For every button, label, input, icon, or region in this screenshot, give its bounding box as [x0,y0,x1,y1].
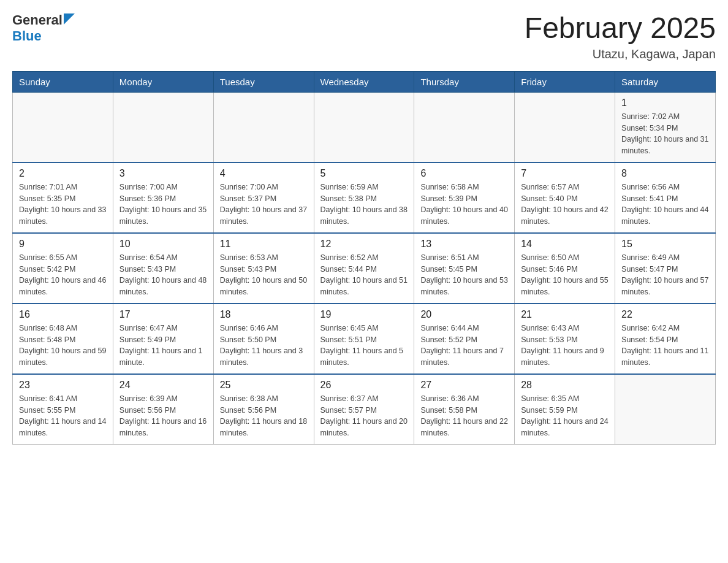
logo-blue-text: Blue [12,28,42,44]
day-info: Sunrise: 6:41 AMSunset: 5:55 PMDaylight:… [19,393,107,439]
day-number: 13 [420,239,508,250]
location-title: Utazu, Kagawa, Japan [525,47,716,61]
day-info: Sunrise: 6:53 AMSunset: 5:43 PMDaylight:… [220,252,308,298]
day-number: 19 [320,309,408,320]
col-thursday: Thursday [414,71,515,92]
table-row: 21Sunrise: 6:43 AMSunset: 5:53 PMDayligh… [515,304,615,374]
day-info: Sunrise: 6:46 AMSunset: 5:50 PMDaylight:… [220,323,308,369]
day-info: Sunrise: 6:36 AMSunset: 5:58 PMDaylight:… [420,393,508,439]
day-info: Sunrise: 6:42 AMSunset: 5:54 PMDaylight:… [621,323,709,369]
svg-marker-0 [64,13,75,25]
day-number: 12 [320,239,408,250]
day-number: 8 [621,168,709,179]
day-number: 15 [621,239,709,250]
day-info: Sunrise: 6:43 AMSunset: 5:53 PMDaylight:… [521,323,609,369]
table-row: 10Sunrise: 6:54 AMSunset: 5:43 PMDayligh… [113,233,213,304]
table-row: 20Sunrise: 6:44 AMSunset: 5:52 PMDayligh… [414,304,515,374]
table-row: 16Sunrise: 6:48 AMSunset: 5:48 PMDayligh… [13,304,113,374]
day-info: Sunrise: 6:56 AMSunset: 5:41 PMDaylight:… [621,182,709,228]
day-number: 26 [320,380,408,391]
day-info: Sunrise: 6:49 AMSunset: 5:47 PMDaylight:… [621,252,709,298]
day-info: Sunrise: 6:57 AMSunset: 5:40 PMDaylight:… [521,182,609,228]
day-info: Sunrise: 6:48 AMSunset: 5:48 PMDaylight:… [19,323,107,369]
calendar-table: Sunday Monday Tuesday Wednesday Thursday… [12,71,716,445]
calendar-header-row: Sunday Monday Tuesday Wednesday Thursday… [13,71,716,92]
table-row: 6Sunrise: 6:58 AMSunset: 5:39 PMDaylight… [414,163,515,233]
day-info: Sunrise: 6:37 AMSunset: 5:57 PMDaylight:… [320,393,408,439]
day-info: Sunrise: 6:51 AMSunset: 5:45 PMDaylight:… [420,252,508,298]
col-monday: Monday [113,71,213,92]
table-row: 18Sunrise: 6:46 AMSunset: 5:50 PMDayligh… [213,304,314,374]
table-row: 22Sunrise: 6:42 AMSunset: 5:54 PMDayligh… [615,304,716,374]
table-row: 5Sunrise: 6:59 AMSunset: 5:38 PMDaylight… [314,163,414,233]
day-number: 4 [220,168,308,179]
table-row: 19Sunrise: 6:45 AMSunset: 5:51 PMDayligh… [314,304,414,374]
day-info: Sunrise: 6:58 AMSunset: 5:39 PMDaylight:… [420,182,508,228]
day-info: Sunrise: 6:54 AMSunset: 5:43 PMDaylight:… [119,252,207,298]
table-row: 28Sunrise: 6:35 AMSunset: 5:59 PMDayligh… [515,374,615,445]
col-tuesday: Tuesday [213,71,314,92]
day-info: Sunrise: 7:01 AMSunset: 5:35 PMDaylight:… [19,182,107,228]
table-row [615,374,716,445]
table-row [314,92,414,163]
day-number: 9 [19,239,107,250]
month-title: February 2025 [525,12,716,45]
table-row: 11Sunrise: 6:53 AMSunset: 5:43 PMDayligh… [213,233,314,304]
day-number: 7 [521,168,609,179]
day-info: Sunrise: 6:55 AMSunset: 5:42 PMDaylight:… [19,252,107,298]
table-row: 8Sunrise: 6:56 AMSunset: 5:41 PMDaylight… [615,163,716,233]
table-row: 12Sunrise: 6:52 AMSunset: 5:44 PMDayligh… [314,233,414,304]
table-row: 13Sunrise: 6:51 AMSunset: 5:45 PMDayligh… [414,233,515,304]
col-friday: Friday [515,71,615,92]
table-row [113,92,213,163]
day-number: 24 [119,380,207,391]
table-row [515,92,615,163]
table-row: 17Sunrise: 6:47 AMSunset: 5:49 PMDayligh… [113,304,213,374]
day-info: Sunrise: 7:00 AMSunset: 5:36 PMDaylight:… [119,182,207,228]
calendar-week-row: 1Sunrise: 7:02 AMSunset: 5:34 PMDaylight… [13,92,716,163]
table-row [414,92,515,163]
day-info: Sunrise: 6:47 AMSunset: 5:49 PMDaylight:… [119,323,207,369]
day-number: 5 [320,168,408,179]
table-row: 4Sunrise: 7:00 AMSunset: 5:37 PMDaylight… [213,163,314,233]
calendar-week-row: 16Sunrise: 6:48 AMSunset: 5:48 PMDayligh… [13,304,716,374]
day-number: 22 [621,309,709,320]
day-info: Sunrise: 6:38 AMSunset: 5:56 PMDaylight:… [220,393,308,439]
calendar-week-row: 2Sunrise: 7:01 AMSunset: 5:35 PMDaylight… [13,163,716,233]
day-number: 21 [521,309,609,320]
day-info: Sunrise: 7:00 AMSunset: 5:37 PMDaylight:… [220,182,308,228]
table-row: 24Sunrise: 6:39 AMSunset: 5:56 PMDayligh… [113,374,213,445]
col-saturday: Saturday [615,71,716,92]
day-info: Sunrise: 6:52 AMSunset: 5:44 PMDaylight:… [320,252,408,298]
day-number: 17 [119,309,207,320]
day-number: 25 [220,380,308,391]
day-number: 18 [220,309,308,320]
day-number: 28 [521,380,609,391]
table-row [213,92,314,163]
day-number: 2 [19,168,107,179]
day-number: 16 [19,309,107,320]
day-info: Sunrise: 6:50 AMSunset: 5:46 PMDaylight:… [521,252,609,298]
day-number: 14 [521,239,609,250]
day-number: 6 [420,168,508,179]
table-row: 9Sunrise: 6:55 AMSunset: 5:42 PMDaylight… [13,233,113,304]
day-number: 1 [621,98,709,109]
table-row: 1Sunrise: 7:02 AMSunset: 5:34 PMDaylight… [615,92,716,163]
table-row: 15Sunrise: 6:49 AMSunset: 5:47 PMDayligh… [615,233,716,304]
day-number: 27 [420,380,508,391]
table-row [13,92,113,163]
table-row: 14Sunrise: 6:50 AMSunset: 5:46 PMDayligh… [515,233,615,304]
logo-general-text: General [12,12,63,28]
day-number: 20 [420,309,508,320]
day-number: 10 [119,239,207,250]
day-info: Sunrise: 6:44 AMSunset: 5:52 PMDaylight:… [420,323,508,369]
table-row: 26Sunrise: 6:37 AMSunset: 5:57 PMDayligh… [314,374,414,445]
calendar-week-row: 9Sunrise: 6:55 AMSunset: 5:42 PMDaylight… [13,233,716,304]
table-row: 2Sunrise: 7:01 AMSunset: 5:35 PMDaylight… [13,163,113,233]
col-sunday: Sunday [13,71,113,92]
day-info: Sunrise: 6:35 AMSunset: 5:59 PMDaylight:… [521,393,609,439]
table-row: 3Sunrise: 7:00 AMSunset: 5:36 PMDaylight… [113,163,213,233]
logo-arrow-icon [64,13,77,27]
table-row: 27Sunrise: 6:36 AMSunset: 5:58 PMDayligh… [414,374,515,445]
day-info: Sunrise: 7:02 AMSunset: 5:34 PMDaylight:… [621,111,709,157]
